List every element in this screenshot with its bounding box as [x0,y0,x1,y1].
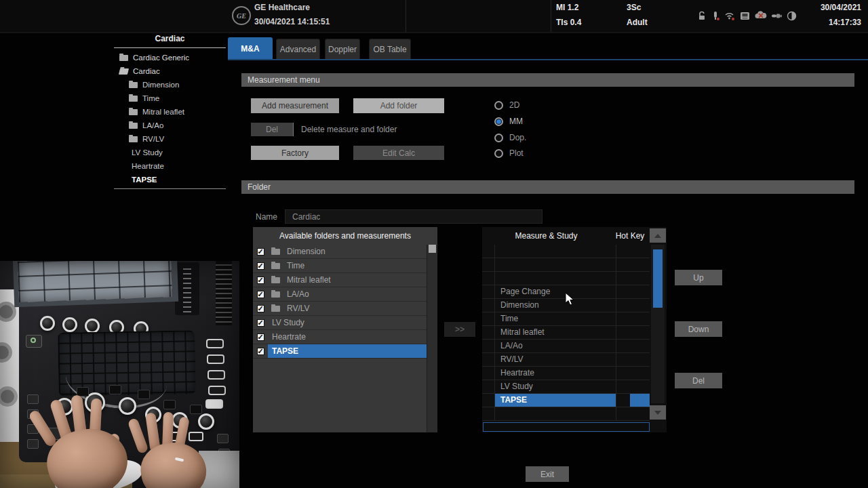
tree-item-cardiac[interactable]: Cardiac [114,64,226,78]
table-row-selected[interactable]: TAPSE [482,394,650,407]
table-row[interactable]: Time [482,312,650,326]
table-row[interactable]: RV/LV [482,353,650,367]
checkbox-checked-icon[interactable] [257,333,264,341]
available-folders-panel: Available folders and measurements Dimen… [253,227,437,432]
radio-2d[interactable]: 2D [494,100,519,110]
checkbox-checked-icon[interactable] [257,291,264,298]
folder-icon [129,82,138,88]
radio-circle[interactable] [494,101,503,110]
move-up-button[interactable]: Up [675,270,722,285]
list-item-label: LV Study [272,318,304,327]
list-item-label: Mitral leaflet [287,275,331,285]
tis-value: TIs 0.4 [556,18,581,27]
unlock-icon [697,11,707,21]
edit-calc-button[interactable]: Edit Calc [353,146,444,160]
scroll-up-button[interactable] [650,228,666,243]
divider [406,0,406,32]
table-row[interactable]: Mitral leaflet [482,326,650,340]
row-number-cell [482,340,495,352]
factory-button[interactable]: Factory [251,146,339,160]
tree-item-heartrate[interactable]: Heartrate [114,159,226,173]
add-measurement-button[interactable]: Add measurement [251,98,339,113]
list-item[interactable]: LV Study [253,316,427,330]
table-row[interactable] [482,258,650,272]
tree-item-cardiac-generic[interactable]: Cardiac Generic [114,51,226,64]
checkbox-checked-icon[interactable] [257,319,264,327]
checkbox-checked-icon[interactable] [257,248,264,256]
list-item[interactable]: Heartrate [253,330,427,344]
tree-item-la-ao[interactable]: LA/Ao [114,119,226,132]
chevron-down-icon [654,411,661,415]
row-body: TAPSE [268,344,427,358]
table-row[interactable]: Dimension [482,299,650,312]
move-down-button[interactable]: Down [675,321,722,337]
table-row[interactable]: Heartrate [482,367,650,380]
checkbox-cell [253,262,268,270]
checkbox-checked-icon[interactable] [257,348,264,355]
list-item-selected[interactable]: TAPSE [253,344,427,359]
system-time: 14:17:33 [829,18,861,27]
table-row[interactable]: LV Study [482,380,650,394]
hotkey-cell [616,353,650,366]
checkbox-cell [253,333,268,341]
checkbox-cell [253,291,268,298]
folder-icon [271,277,280,283]
table-row[interactable]: LA/Ao [482,340,650,353]
hotkey-cell [616,340,650,352]
table-scrollbar[interactable] [651,245,665,403]
tab-advanced[interactable]: Advanced [276,39,320,59]
radio-circle-selected[interactable] [494,117,503,126]
add-folder-button[interactable]: Add folder [353,98,444,113]
transfer-right-button[interactable]: >> [444,322,475,337]
tab-doppler[interactable]: Doppler [325,39,360,59]
radio-circle[interactable] [494,149,503,158]
scrollbar-thumb[interactable] [653,249,663,308]
list-item[interactable]: LA/Ao [253,287,427,302]
radio-plot[interactable]: Plot [494,148,524,158]
radio-circle[interactable] [494,134,503,142]
table-row[interactable]: Page Change [482,285,650,299]
wifi-icon [724,11,735,21]
tree-item-label: Mitral leaflet [142,108,184,116]
tab-label: OB Table [373,45,406,54]
checkbox-checked-icon[interactable] [257,305,264,312]
hotkey-cell [616,312,650,325]
vignette [0,261,239,488]
checkbox-checked-icon[interactable] [257,277,264,284]
folder-icon [129,109,138,115]
table-row[interactable] [482,272,650,285]
del-row-button[interactable]: Del [675,373,722,388]
list-item[interactable]: Dimension [253,245,427,259]
tree-item-dimension[interactable]: Dimension [114,78,226,92]
tab-ob-table[interactable]: OB Table [369,39,411,59]
radio-dop[interactable]: Dop. [494,133,526,142]
del-measure-button[interactable]: Del [251,123,294,136]
folder-name-input[interactable] [285,209,542,224]
list-item[interactable]: Mitral leaflet [253,273,427,287]
hotkey-cell [616,394,650,407]
list-item[interactable]: Time [253,259,427,273]
scrollbar-thumb[interactable] [429,245,436,253]
radio-mm[interactable]: MM [494,117,523,126]
tab-label: Advanced [280,45,316,54]
tree-item-lv-study[interactable]: LV Study [114,146,226,159]
tree-item-mitral-leaflet[interactable]: Mitral leaflet [114,105,226,119]
measurement-tree-sidebar: Cardiac Cardiac Generic Cardiac Dimensio… [114,34,226,189]
tree-item-rv-lv[interactable]: RV/LV [114,132,226,146]
available-scrollbar[interactable] [427,245,437,432]
exit-button[interactable]: Exit [526,466,569,482]
scroll-down-button[interactable] [650,405,666,420]
row-body: Time [268,259,427,272]
tree-item-tapse[interactable]: TAPSE [114,173,226,186]
tree-item-time[interactable]: Time [114,92,226,105]
tab-ma[interactable]: M&A [228,37,273,59]
checkbox-cell [253,305,268,312]
folder-icon [119,55,128,61]
table-header-row: Measure & Study Hot Key [482,227,650,245]
table-row[interactable] [482,407,650,421]
table-row[interactable] [482,245,650,258]
focused-empty-row[interactable] [483,422,650,432]
list-item[interactable]: RV/LV [253,302,427,316]
checkbox-checked-icon[interactable] [257,262,264,270]
checkbox-cell [253,348,268,355]
